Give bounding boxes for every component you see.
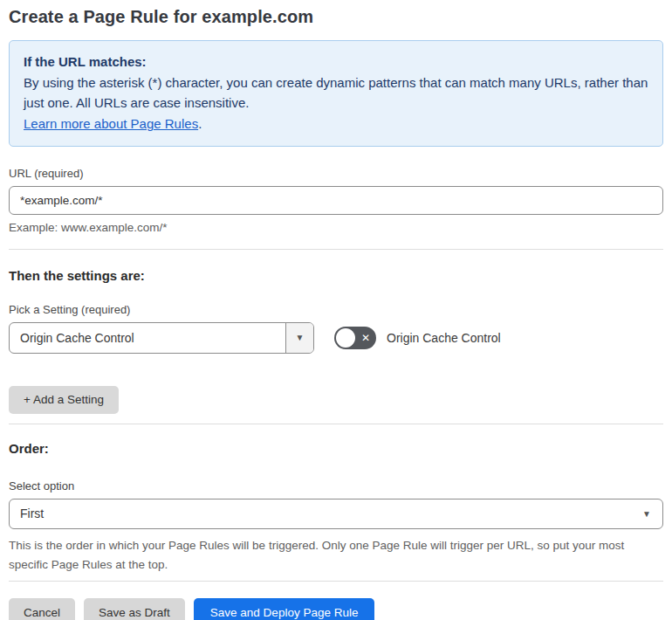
url-match-info-box: If the URL matches: By using the asteris…	[9, 40, 663, 147]
divider	[9, 249, 663, 250]
divider	[9, 424, 663, 424]
toggle-off-x-icon: ✕	[361, 333, 370, 343]
order-helper-text: This is the order in which your Page Rul…	[9, 536, 659, 575]
toggle-label: Origin Cache Control	[387, 331, 501, 345]
save-as-draft-button[interactable]: Save as Draft	[84, 598, 185, 620]
origin-cache-control-toggle-group: ✕ Origin Cache Control	[334, 327, 501, 349]
origin-cache-control-toggle[interactable]: ✕	[334, 327, 376, 349]
settings-section-heading: Then the settings are:	[9, 268, 663, 283]
setting-select[interactable]: Origin Cache Control ▼	[9, 322, 314, 354]
pick-setting-label: Pick a Setting (required)	[9, 303, 663, 316]
url-example-helper: Example: www.example.com/*	[9, 221, 663, 234]
setting-row: Origin Cache Control ▼ ✕ Origin Cache Co…	[9, 322, 663, 354]
order-section-heading: Order:	[9, 441, 663, 456]
info-box-heading: If the URL matches:	[24, 52, 648, 72]
learn-more-link[interactable]: Learn more about Page Rules	[24, 116, 198, 131]
divider	[9, 581, 663, 582]
page-title: Create a Page Rule for example.com	[9, 7, 663, 27]
footer-actions: Cancel Save as Draft Save and Deploy Pag…	[9, 598, 663, 620]
info-box-body: By using the asterisk (*) character, you…	[24, 72, 648, 114]
chevron-down-icon: ▼	[642, 509, 651, 519]
order-select[interactable]: First ▼	[9, 499, 663, 529]
add-setting-button[interactable]: + Add a Setting	[9, 386, 119, 414]
save-and-deploy-button[interactable]: Save and Deploy Page Rule	[194, 598, 375, 620]
link-suffix: .	[198, 116, 202, 131]
url-input[interactable]	[9, 186, 663, 215]
page-rule-form: Create a Page Rule for example.com If th…	[0, 0, 672, 620]
setting-select-value: Origin Cache Control	[10, 323, 285, 353]
toggle-knob	[336, 328, 355, 348]
order-select-value: First	[20, 506, 44, 520]
order-select-label: Select option	[9, 479, 663, 493]
setting-select-caret-button[interactable]: ▼	[285, 323, 313, 353]
cancel-button[interactable]: Cancel	[9, 598, 75, 620]
url-field-label: URL (required)	[9, 167, 663, 180]
info-box-link-line: Learn more about Page Rules.	[24, 114, 648, 134]
chevron-down-icon: ▼	[296, 333, 305, 342]
